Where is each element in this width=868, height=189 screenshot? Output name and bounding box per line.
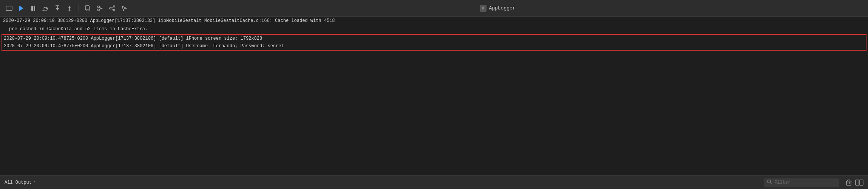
bottom-bar: All Output ⌃ [0,175,868,189]
svg-point-19 [113,6,115,7]
chevron-up-icon: ⌃ [33,180,36,185]
toolbar-title: AppLogger [480,5,515,12]
output-label: All Output [5,180,32,185]
location-icon[interactable] [120,4,129,13]
svg-line-30 [770,183,772,184]
toolbar-app-name: AppLogger [489,5,515,11]
svg-rect-14 [85,6,89,10]
filter-input[interactable] [774,180,831,185]
svg-rect-36 [860,180,863,185]
svg-marker-24 [122,6,127,11]
scissors-icon[interactable] [96,4,105,13]
svg-marker-8 [56,8,59,11]
pause-icon[interactable] [29,4,38,13]
svg-line-23 [111,9,113,10]
svg-marker-1 [19,6,23,11]
share-icon[interactable] [108,4,117,13]
svg-line-22 [111,7,113,8]
output-selector[interactable]: All Output ⌃ [5,180,36,185]
svg-rect-0 [6,6,12,11]
svg-marker-6 [42,9,43,11]
separator-1 [79,5,79,12]
run-icon[interactable] [17,4,26,13]
filter-box[interactable] [764,178,839,187]
svg-point-29 [768,180,771,183]
svg-point-21 [113,9,115,11]
svg-rect-31 [846,181,851,185]
bottom-actions [845,179,863,186]
svg-rect-2 [31,6,33,11]
svg-rect-35 [856,180,859,185]
log-line-2: pre-cached in CacheData and 52 items in … [0,25,868,33]
svg-point-15 [98,6,100,8]
svg-point-16 [98,9,100,11]
filter-icon [767,179,772,186]
svg-marker-4 [46,8,48,10]
toolbar: AppLogger [0,0,868,17]
log-line-4: 2020-07-29 20:09:10.478775+0200 AppLogge… [2,42,866,50]
svg-marker-11 [68,6,71,8]
clear-icon[interactable] [5,4,14,13]
svg-rect-3 [34,6,35,11]
svg-point-20 [110,8,111,9]
app-icon [480,5,487,12]
log-area: 2020-07-29 20:09:10.386129+0200 AppLogge… [0,17,868,175]
step-in-icon[interactable] [53,4,62,13]
step-out-icon[interactable] [65,4,74,13]
step-over-icon[interactable] [41,4,50,13]
log-line-1: 2020-07-29 20:09:10.386129+0200 AppLogge… [0,17,868,25]
log-line-3: 2020-07-29 20:09:10.478725+0200 AppLogge… [2,35,866,42]
copy-icon[interactable] [83,4,93,13]
highlighted-log-group: 2020-07-29 20:09:10.478725+0200 AppLogge… [2,34,866,51]
split-view-icon[interactable] [855,180,863,186]
trash-icon[interactable] [845,179,852,186]
